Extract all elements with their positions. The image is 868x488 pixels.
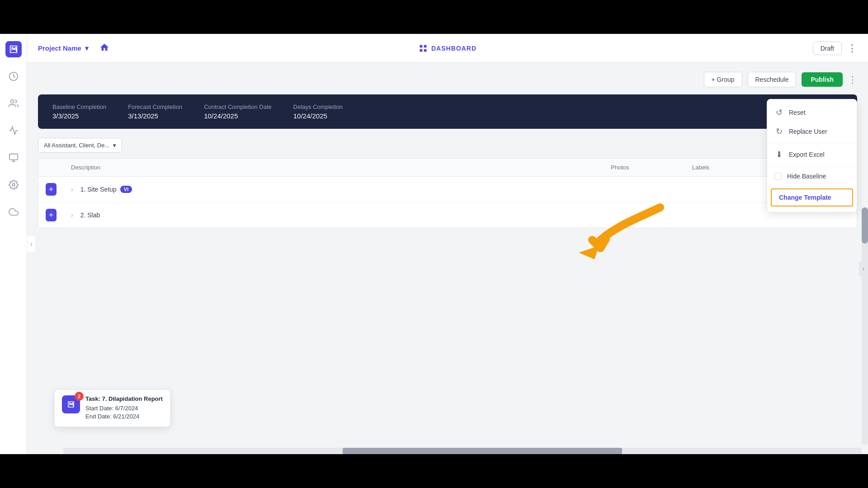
project-name-label: Project Name — [38, 44, 81, 52]
page-content: + Group Reschedule Publish ⋮ Baseline Co… — [27, 63, 868, 454]
sidebar — [0, 34, 27, 454]
export-excel-label: Export Excel — [789, 151, 825, 158]
reset-icon: ↺ — [774, 108, 783, 117]
sidebar-item-settings[interactable] — [5, 177, 22, 193]
th-photos: Photos — [604, 159, 685, 176]
menu-divider — [767, 143, 857, 143]
row-photos-cell-2 — [604, 209, 685, 221]
stat-delays-value: 10/24/2025 — [293, 112, 343, 120]
row-add-cell: + — [38, 177, 64, 202]
home-icon[interactable] — [99, 42, 109, 54]
hide-baseline-label: Hide Baseline — [787, 173, 826, 180]
svg-rect-9 — [424, 49, 427, 52]
task-table: Description Photos Labels Bo...ATED TE..… — [38, 158, 857, 228]
task-tooltip: 2 Task: 7. Dilapidation Report Start Dat… — [54, 389, 170, 427]
filter-chevron-icon: ▾ — [113, 142, 116, 149]
hide-baseline-checkbox[interactable] — [774, 173, 782, 180]
reset-label: Reset — [789, 109, 806, 116]
stat-delays-label: Delays Completion — [293, 103, 343, 110]
tooltip-logo-wrapper: 2 — [62, 395, 80, 413]
tooltip-task-title: Task: 7. Dilapidation Report — [85, 395, 163, 402]
sidebar-item-cloud[interactable] — [5, 204, 22, 220]
filter-dropdown[interactable]: All Assistant, Client, De... ▾ — [38, 138, 122, 153]
horizontal-scrollbar[interactable] — [63, 448, 862, 454]
stat-contract-value: 10/24/2025 — [204, 112, 272, 120]
svg-rect-7 — [424, 45, 427, 47]
replace-user-menu-item[interactable]: ↻ Replace User — [767, 122, 857, 141]
sidebar-item-users[interactable] — [5, 95, 22, 112]
tooltip-start-date: Start Date: 6/7/2024 — [85, 405, 163, 412]
replace-user-label: Replace User — [789, 128, 827, 135]
table-row: + › 1. Site Setup VI — [38, 177, 857, 202]
table-header: Description Photos Labels Bo...ATED TE..… — [38, 159, 857, 177]
svg-rect-8 — [420, 49, 423, 52]
top-nav: Project Name ▾ DASHBOARD Draft ⋮ — [27, 34, 868, 63]
row-photos-cell — [604, 183, 685, 196]
filter-row: All Assistant, Client, De... ▾ — [38, 138, 857, 153]
stat-contract: Contract Completion Date 10/24/2025 — [204, 103, 272, 120]
change-template-label: Change Template — [779, 194, 831, 201]
stat-contract-label: Contract Completion Date — [204, 103, 272, 110]
task-name-row1: › 1. Site Setup VI — [71, 186, 596, 193]
chevron-down-icon: ▾ — [85, 44, 89, 52]
row-labels-cell — [685, 183, 766, 196]
sidebar-item-monitor[interactable] — [5, 150, 22, 166]
replace-user-icon: ↻ — [774, 127, 783, 136]
change-template-menu-item[interactable]: Change Template — [771, 188, 853, 206]
stats-bar: Baseline Completion 3/3/2025 Forecast Co… — [38, 94, 857, 129]
th-labels: Labels — [685, 159, 766, 176]
publish-button[interactable]: Publish — [802, 72, 843, 87]
filter-label: All Assistant, Client, De... — [44, 142, 109, 149]
task-name-label-2: 2. Slab — [80, 211, 100, 219]
menu-divider-2 — [767, 166, 857, 166]
row-expand-icon[interactable]: › — [71, 186, 73, 193]
stat-forecast-value: 3/13/2025 — [128, 112, 182, 120]
add-row-button[interactable]: + — [46, 183, 57, 196]
stat-forecast-label: Forecast Completion — [128, 103, 182, 110]
toolbar-more-button[interactable]: ⋮ — [848, 74, 857, 85]
tooltip-content: Task: 7. Dilapidation Report Start Date:… — [85, 395, 163, 421]
stat-baseline: Baseline Completion 3/3/2025 — [52, 103, 106, 120]
reschedule-button[interactable]: Reschedule — [748, 72, 797, 87]
task-badge: VI — [120, 186, 132, 193]
reset-menu-item[interactable]: ↺ Reset — [767, 103, 857, 122]
stat-delays: Delays Completion 10/24/2025 — [293, 103, 343, 120]
svg-rect-6 — [420, 45, 423, 47]
task-name-row2: › 2. Slab — [71, 211, 596, 219]
toolbar-row: + Group Reschedule Publish ⋮ — [38, 72, 857, 87]
th-action — [38, 159, 64, 176]
dashboard-label: DASHBOARD — [419, 44, 476, 53]
row-labels-cell-2 — [685, 209, 766, 221]
vertical-scrollbar[interactable] — [862, 207, 868, 445]
row-add-cell-2: + — [38, 202, 64, 228]
svg-rect-2 — [9, 154, 17, 160]
project-name-selector[interactable]: Project Name ▾ — [38, 44, 89, 52]
export-excel-menu-item[interactable]: ⬇ Export Excel — [767, 145, 857, 164]
svg-marker-15 — [579, 246, 599, 259]
stat-baseline-label: Baseline Completion — [52, 103, 106, 110]
row-expand-icon-2[interactable]: › — [71, 211, 73, 219]
table-row: + › 2. Slab — [38, 202, 857, 228]
horizontal-scrollbar-thumb[interactable] — [343, 448, 622, 454]
sidebar-item-analytics[interactable] — [5, 68, 22, 84]
top-nav-actions: Draft ⋮ — [813, 42, 857, 55]
scrollbar-thumb[interactable] — [862, 207, 868, 244]
add-row-button-2[interactable]: + — [46, 209, 57, 221]
scroll-right-button[interactable]: › — [859, 262, 868, 276]
group-button[interactable]: + Group — [704, 72, 742, 87]
task-name-label: 1. Site Setup — [80, 186, 117, 193]
main-content: Project Name ▾ DASHBOARD Draft ⋮ — [27, 34, 868, 454]
tooltip-end-date: End Date: 6/21/2024 — [85, 413, 163, 420]
menu-divider-3 — [767, 186, 857, 187]
draft-button[interactable]: Draft — [813, 42, 842, 55]
row-description-cell: › 1. Site Setup VI — [64, 179, 604, 199]
export-icon: ⬇ — [774, 150, 783, 160]
sidebar-item-chart[interactable] — [5, 122, 22, 139]
hide-baseline-menu-item[interactable]: Hide Baseline — [767, 168, 857, 184]
sidebar-expand-button[interactable]: › — [27, 235, 36, 253]
app-logo[interactable] — [5, 41, 22, 57]
row-description-cell-2: › 2. Slab — [64, 205, 604, 225]
tooltip-badge: 2 — [75, 392, 84, 401]
th-description: Description — [64, 159, 604, 176]
header-more-button[interactable]: ⋮ — [847, 42, 857, 54]
